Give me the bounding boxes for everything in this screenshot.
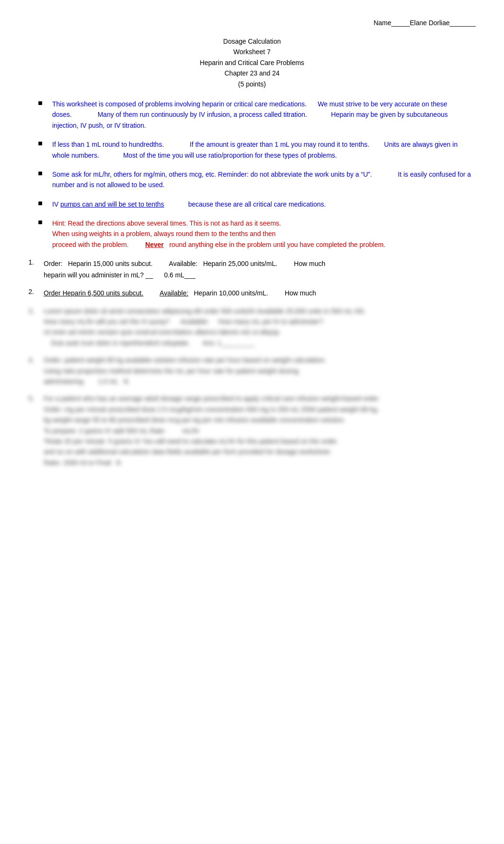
- bullet-4: ■ IV pumps can and will be set to tenths…: [28, 199, 476, 209]
- bullet-icon-2: ■: [38, 139, 49, 148]
- header-line4: Chapter 23 and 24: [28, 68, 476, 78]
- problem-1-text: Order: Heparin 15,000 units subcut. Avai…: [44, 258, 476, 281]
- header-line1: Dosage Calculation: [28, 36, 476, 47]
- problem-2-text: Order Heparin 6,500 units subcut. Availa…: [44, 288, 476, 299]
- bullet-icon-3: ■: [38, 169, 49, 178]
- many-of-them: Many of them: [98, 111, 138, 118]
- problem-5: 5. For a patient who has an average adul…: [28, 393, 476, 468]
- problem-2-number: 2.: [28, 288, 44, 295]
- problem-2-underline: Order Heparin 6,500 units subcut.: [44, 289, 143, 297]
- problem-3-number: 3.: [28, 306, 44, 316]
- problem-5-text: For a patient who has an average adult d…: [44, 393, 476, 468]
- header-line5: (5 points): [28, 79, 476, 89]
- heparin-may-be-given: Heparin may be given: [331, 111, 396, 118]
- problem-2-available-underline: Available:: [159, 289, 188, 297]
- bullet-text-2: If less than 1 mL round to hundredths. I…: [52, 139, 476, 161]
- problem-1-number: 1.: [28, 258, 44, 266]
- problem-3: 3. Lorem ipsum dolor sit amet consectetu…: [28, 306, 476, 349]
- problems-section: 1. Order: Heparin 15,000 units subcut. A…: [28, 258, 476, 468]
- name-line: Name_____Elane Dorliae_______: [28, 19, 476, 27]
- bullet-icon-4: ■: [38, 199, 49, 208]
- bullet-text-3: Some ask for mL/hr, others for mg/min, o…: [52, 169, 476, 190]
- bullet-2: ■ If less than 1 mL round to hundredths.…: [28, 139, 476, 161]
- document-header: Dosage Calculation Worksheet 7 Heparin a…: [28, 36, 476, 89]
- header-line3: Heparin and Critical Care Problems: [28, 57, 476, 68]
- header-line2: Worksheet 7: [28, 47, 476, 57]
- never-word: Never: [145, 241, 164, 248]
- problem-4-number: 4.: [28, 355, 44, 365]
- bullet-5: ■ Hint: Read the directions above severa…: [28, 218, 476, 250]
- problem-5-number: 5.: [28, 393, 44, 404]
- bullet-text-5: Hint: Read the directions above several …: [52, 218, 476, 250]
- bullet-text-4: IV pumps can and will be set to tenths b…: [52, 199, 476, 209]
- problem-3-text: Lorem ipsum dolor sit amet consectetur a…: [44, 306, 476, 349]
- problem-4: 4. Order: patient weight 85 kg available…: [28, 355, 476, 387]
- name-value: Name_____Elane Dorliae_______: [373, 19, 476, 27]
- bullet-1: ■ This worksheet is composed of problems…: [28, 99, 476, 131]
- problem-4-text: Order: patient weight 85 kg available so…: [44, 355, 476, 387]
- pumps-underline: pumps can and will be set to tenths: [60, 200, 164, 208]
- bullet-icon-1: ■: [38, 99, 49, 107]
- problem-2: 2. Order Heparin 6,500 units subcut. Ava…: [28, 288, 476, 299]
- bullet-icon-5: ■: [38, 218, 49, 227]
- bullet-text-1: This worksheet is composed of problems i…: [52, 99, 476, 131]
- problem-1: 1. Order: Heparin 15,000 units subcut. A…: [28, 258, 476, 281]
- most-of-time: Most of the time you: [123, 152, 183, 159]
- bullet-3: ■ Some ask for mL/hr, others for mg/min,…: [28, 169, 476, 190]
